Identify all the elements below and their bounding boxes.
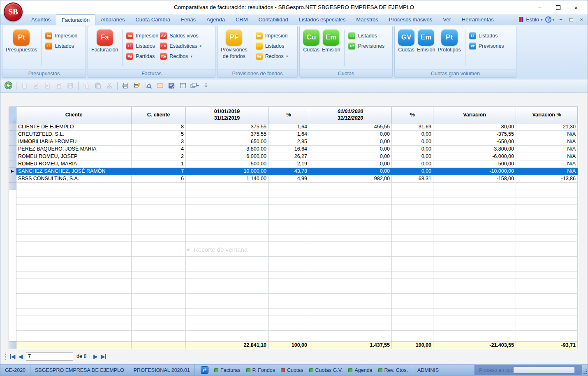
- empty-cell: [392, 220, 433, 227]
- windows-button[interactable]: [189, 81, 200, 91]
- row-selector[interactable]: [9, 138, 16, 146]
- report-design-button[interactable]: [166, 81, 177, 91]
- row-selector[interactable]: [9, 160, 16, 168]
- cuotas-listados-button[interactable]: LiListados: [348, 32, 384, 39]
- table-row[interactable]: ROMEU ROMEU, JOSEP26.000,0026,270,000,00…: [9, 153, 578, 160]
- mdi-close-button[interactable]: ×: [578, 16, 585, 23]
- row-selector[interactable]: [9, 131, 16, 138]
- column-header-c-cliente[interactable]: C. cliente: [132, 107, 186, 123]
- menu-tab-herramientas[interactable]: Herramientas: [456, 14, 499, 25]
- cuotas-gran-volumen-emision-button[interactable]: EmEmisión: [416, 28, 436, 55]
- facturas-partidas-button[interactable]: PaPartidas: [126, 53, 158, 60]
- cuotas-gran-volumen-previsones-button[interactable]: PrPrevisones: [469, 42, 504, 49]
- table-row[interactable]: PEREZ BAQUERO, JOSÉ MARIA43.800,0016,640…: [9, 146, 578, 153]
- empty-cell: [269, 301, 309, 309]
- column-header-01-01-2019[interactable]: 01/01/2019 31/12/2019: [186, 107, 269, 123]
- menu-tab-listados-especiales[interactable]: Listados especiales: [294, 14, 351, 25]
- facturas-facturacion-button[interactable]: FaFacturación: [90, 28, 119, 55]
- facturas-saldos-vivos-button[interactable]: SVSaldos vivos: [160, 32, 201, 39]
- presupuestos-presupuestos-button[interactable]: PtPresupuestos: [5, 28, 38, 55]
- empty-row: [9, 249, 578, 257]
- mdi-restore-button[interactable]: [567, 16, 575, 23]
- table-row[interactable]: IMMOBILIARIA I-ROMEU3650,002,850,000,00-…: [9, 138, 578, 146]
- empty-row: [9, 309, 578, 316]
- cuotas-gran-volumen-prototipos-button[interactable]: PtPrototipos: [436, 28, 462, 55]
- table-row[interactable]: ▶SANCHEZ SANCHEZ, JOSÉ RAMÓN710.000,0043…: [9, 168, 578, 175]
- record-number-input[interactable]: [26, 352, 73, 361]
- table-row[interactable]: SBSS CONSULTING, S.A.61.140,004,99982,00…: [9, 175, 578, 183]
- column-header-[interactable]: %: [269, 107, 309, 123]
- empty-cell: [269, 220, 309, 227]
- menu-tab-maestros[interactable]: Maestros: [351, 14, 383, 25]
- column-header-cliente[interactable]: Cliente: [16, 107, 132, 123]
- resize-grip-icon[interactable]: [582, 369, 587, 374]
- cell: N/A: [516, 138, 578, 146]
- previous-record-button[interactable]: ◀: [19, 354, 23, 359]
- facturas-impresion-button[interactable]: ImImpresión: [126, 32, 158, 39]
- grid-button[interactable]: [178, 81, 188, 91]
- minimize-button[interactable]: −: [531, 1, 549, 14]
- menu-tab-crm[interactable]: CRM: [230, 14, 253, 25]
- menu-tab-ver[interactable]: Ver: [438, 14, 456, 25]
- menu-tab-contabilidad[interactable]: Contabilidad: [253, 14, 294, 25]
- menu-tab-facturacion[interactable]: Facturación: [56, 14, 95, 25]
- row-selector[interactable]: [9, 146, 16, 153]
- next-record-button[interactable]: ▶: [93, 354, 97, 359]
- back-button[interactable]: [3, 81, 14, 91]
- preview-button[interactable]: [143, 81, 154, 91]
- menu-tab-ferias[interactable]: Ferias: [176, 14, 201, 25]
- group-caption-facturas: Facturas: [88, 70, 215, 77]
- provisiones-de-fondos-listados-button[interactable]: LiListados: [256, 42, 288, 49]
- provisiones-de-fondos-provisiones-de-fondos-button[interactable]: PFProvisiones de fondos: [220, 28, 249, 61]
- presupuestos-impresion-button[interactable]: ImImpresión: [45, 32, 77, 39]
- empty-cell: [269, 294, 309, 301]
- empty-cell: [516, 264, 578, 272]
- close-button[interactable]: ×: [567, 1, 585, 14]
- row-selector[interactable]: [9, 175, 16, 183]
- column-header-variacion[interactable]: Variación %: [516, 107, 578, 123]
- table-row[interactable]: CREUTZFELD, S.L.5375,551,640,000,00-375,…: [9, 131, 578, 138]
- facturas-estadisticas-button[interactable]: EsEstadísticas▾: [160, 42, 201, 49]
- empty-row: [9, 197, 578, 205]
- provisiones-de-fondos-recibos-button[interactable]: ReRecibos▾: [256, 53, 288, 60]
- menu-tab-procesos-masivos[interactable]: Procesos masivos: [384, 14, 438, 25]
- cuotas-gran-volumen-cuotas-button[interactable]: GVCuotas: [397, 28, 416, 55]
- cell: 1: [132, 160, 186, 168]
- cuotas-cuotas-button[interactable]: CuCuotas: [302, 28, 321, 55]
- column-header-01-01-2020[interactable]: 01/01/2020 31/12/2020: [309, 107, 392, 123]
- row-selector[interactable]: ▶: [9, 168, 16, 175]
- facturas-recibos-button[interactable]: ReRecibos▾: [160, 53, 201, 60]
- facturas-listados-button[interactable]: LiListados: [126, 42, 158, 49]
- menu-tab-albaranes[interactable]: Albaranes: [95, 14, 130, 25]
- help-button[interactable]: ? ▾: [545, 16, 554, 23]
- pr-icon: Pr: [469, 42, 476, 49]
- empty-cell: [309, 301, 392, 309]
- print-button[interactable]: [120, 81, 131, 91]
- overflow-button[interactable]: [201, 81, 211, 91]
- menu-tab-cuota-cambra[interactable]: Cuota Cambra: [130, 14, 176, 25]
- cell: CLIENTE DE EJEMPLO: [16, 123, 132, 131]
- row-selector[interactable]: [9, 123, 16, 131]
- mdi-minimize-button[interactable]: −: [557, 16, 565, 23]
- email-button[interactable]: [155, 81, 165, 91]
- remote-support-icon[interactable]: ⇄: [201, 366, 208, 374]
- last-record-button[interactable]: ▶: [101, 354, 106, 359]
- cuotas-gran-volumen-listados-button[interactable]: LiListados: [469, 32, 504, 39]
- provisiones-de-fondos-impresion-button[interactable]: ImImpresión: [256, 32, 288, 39]
- table-row[interactable]: CLIENTE DE EJEMPLO8375,551,64455,5531,69…: [9, 123, 578, 131]
- quick-print-button[interactable]: [132, 81, 142, 91]
- presupuestos-listados-button[interactable]: LiListados: [45, 42, 77, 49]
- menu-tab-asuntos[interactable]: Asuntos: [26, 14, 56, 25]
- first-record-button[interactable]: ◀: [10, 354, 15, 359]
- empty-cell: [269, 227, 309, 234]
- select-all-cell[interactable]: [9, 107, 16, 123]
- column-header-variacion[interactable]: Variación: [433, 107, 516, 123]
- cuotas-emision-button[interactable]: EmEmisión: [321, 28, 341, 55]
- menu-tab-agenda[interactable]: Agenda: [201, 14, 230, 25]
- table-row[interactable]: ROMEU ROMEU, MARIA1500,002,190,000,00-50…: [9, 160, 578, 168]
- maximize-button[interactable]: [549, 1, 567, 14]
- cuotas-previsiones-button[interactable]: PrPrevisiones: [348, 42, 384, 49]
- row-selector[interactable]: [9, 153, 16, 160]
- column-header-[interactable]: %: [392, 107, 433, 123]
- style-button[interactable]: Estilo ▾: [519, 16, 542, 23]
